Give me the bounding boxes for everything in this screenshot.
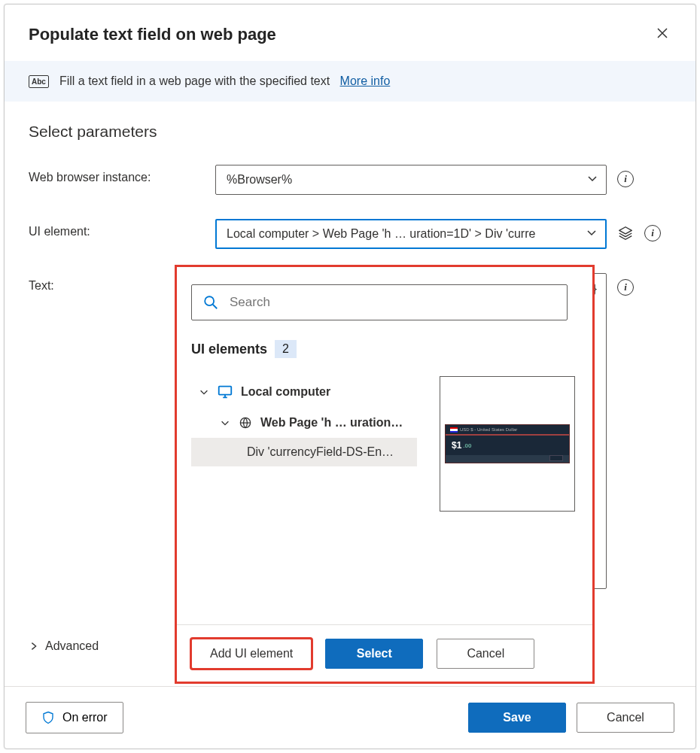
advanced-label: Advanced	[45, 639, 99, 653]
flag-icon	[450, 427, 458, 433]
search-input[interactable]	[230, 295, 556, 310]
ui-elements-popup: UI elements 2 Local computer Web Page 'h…	[176, 266, 593, 682]
section-title: Select parameters	[29, 123, 671, 141]
layers-icon[interactable]	[617, 225, 634, 241]
chevron-down-icon	[220, 417, 230, 428]
tree-node-element[interactable]: Div 'currencyField-DS-En…	[191, 438, 417, 466]
ui-elements-tree: Local computer Web Page 'h … uration… Di…	[191, 376, 578, 466]
element-thumbnail: USD $ - United States Dollar $1.00	[440, 376, 575, 512]
chevron-down-icon	[586, 172, 598, 187]
ui-elements-heading: UI elements 2	[191, 340, 578, 358]
ui-element-label: UI element:	[29, 219, 215, 238]
ui-element-dropdown[interactable]: Local computer > Web Page 'h … uration=1…	[215, 219, 607, 249]
chevron-right-icon	[29, 641, 39, 651]
popup-footer: Add UI element Select Cancel	[176, 624, 593, 682]
info-icon[interactable]: i	[617, 279, 634, 296]
dialog-footer: On error Save Cancel	[5, 686, 695, 748]
description-text: Fill a text field in a web page with the…	[59, 74, 330, 87]
chevron-down-icon	[586, 226, 598, 241]
close-icon[interactable]	[650, 23, 674, 46]
dialog-window: Populate text field on web page Abc Fill…	[4, 4, 696, 749]
count-badge: 2	[275, 340, 297, 358]
on-error-button[interactable]: On error	[26, 702, 123, 733]
popup-cancel-button[interactable]: Cancel	[437, 639, 534, 669]
more-info-link[interactable]: More info	[340, 74, 391, 87]
tree-node-root[interactable]: Local computer	[191, 376, 417, 408]
browser-label: Web browser instance:	[29, 165, 215, 184]
search-icon	[202, 294, 219, 311]
info-icon[interactable]: i	[617, 171, 634, 187]
select-button[interactable]: Select	[325, 639, 423, 669]
abc-icon: Abc	[29, 75, 49, 88]
chevron-down-icon	[199, 387, 209, 397]
dialog-title: Populate text field on web page	[29, 25, 276, 44]
svg-point-0	[205, 296, 214, 305]
tree-node-page[interactable]: Web Page 'h … uration…	[191, 408, 417, 438]
globe-icon	[238, 415, 253, 430]
add-ui-element-button[interactable]: Add UI element	[191, 639, 312, 669]
advanced-toggle[interactable]: Advanced	[29, 639, 99, 653]
search-box[interactable]	[191, 284, 568, 320]
description-bar: Abc Fill a text field in a web page with…	[5, 61, 695, 102]
save-button[interactable]: Save	[468, 703, 566, 733]
cancel-button[interactable]: Cancel	[577, 703, 674, 733]
dialog-header: Populate text field on web page	[5, 5, 695, 61]
info-icon[interactable]: i	[644, 225, 661, 241]
monitor-icon	[217, 384, 233, 400]
browser-value: %Browser%	[227, 173, 292, 186]
svg-rect-1	[219, 387, 232, 395]
ui-element-value: Local computer > Web Page 'h … uration=1…	[227, 227, 535, 240]
ui-element-field-row: UI element: Local computer > Web Page 'h…	[29, 219, 671, 249]
browser-field-row: Web browser instance: %Browser% i	[29, 165, 671, 195]
browser-dropdown[interactable]: %Browser%	[215, 165, 607, 195]
shield-icon	[41, 710, 55, 725]
